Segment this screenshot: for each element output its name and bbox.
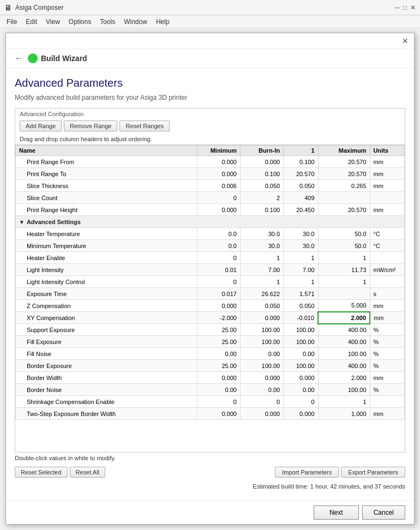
menu-view[interactable]: View <box>41 17 64 27</box>
cell-burnin[interactable]: 0.100 <box>240 168 283 180</box>
cell-min[interactable]: 0.00 <box>197 384 240 396</box>
cancel-button[interactable]: Cancel <box>362 505 405 520</box>
cell-min[interactable]: 0.000 <box>197 204 240 216</box>
cell-min[interactable]: 0.01 <box>197 264 240 276</box>
cell-min[interactable]: 25.00 <box>197 360 240 372</box>
cell-burnin[interactable]: 100.00 <box>240 324 283 336</box>
cell-burnin[interactable]: 0.000 <box>240 372 283 384</box>
cell-burnin[interactable]: 0.100 <box>240 204 283 216</box>
cell-min[interactable]: 0 <box>197 252 240 264</box>
cell-min[interactable]: 0.00 <box>197 348 240 360</box>
cell-name: Minimum Temperature <box>16 240 197 252</box>
cell-min[interactable]: -2.000 <box>197 312 240 324</box>
cell-col1[interactable]: 20.450 <box>284 204 318 216</box>
table-row: Light Intensity Control 0 1 1 1 <box>16 276 405 288</box>
menu-tools[interactable]: Tools <box>95 17 119 27</box>
cell-burnin[interactable]: 0.050 <box>240 180 283 192</box>
cell-burnin[interactable]: 0.000 <box>240 408 283 420</box>
cell-burnin[interactable]: 7.00 <box>240 264 283 276</box>
back-button[interactable]: ← <box>15 53 23 63</box>
cell-burnin[interactable]: 2 <box>240 192 283 204</box>
cell-min[interactable]: 0.000 <box>197 156 240 168</box>
table-row: Print Range Height 0.000 0.100 20.450 20… <box>16 204 405 216</box>
cell-col1[interactable]: -0.010 <box>284 312 318 324</box>
cell-col1[interactable]: 100.00 <box>284 360 318 372</box>
cell-min[interactable]: 0.000 <box>197 408 240 420</box>
cell-max: 1.000 <box>318 408 370 420</box>
cell-burnin[interactable]: 1 <box>240 252 283 264</box>
cell-burnin[interactable]: 100.00 <box>240 336 283 348</box>
dialog: ✕ ← Build Wizard Advanced Parameters Mod… <box>5 33 415 525</box>
cell-min[interactable]: 0.0 <box>197 228 240 240</box>
cell-col1[interactable]: 7.00 <box>284 264 318 276</box>
import-parameters-button[interactable]: Import Parameters <box>275 467 339 478</box>
cell-min[interactable]: 0.000 <box>197 168 240 180</box>
cell-burnin[interactable]: 0.000 <box>240 156 283 168</box>
cell-burnin[interactable]: 0.000 <box>240 312 283 324</box>
cell-min[interactable]: 25.00 <box>197 336 240 348</box>
table-row: Heater Temperature 0.0 30.0 30.0 50.0 °C <box>16 228 405 240</box>
cell-col1[interactable]: 409 <box>284 192 318 204</box>
cell-col1[interactable]: 0.050 <box>284 300 318 312</box>
export-parameters-button[interactable]: Export Parameters <box>341 467 405 478</box>
table-row: Print Range From 0.000 0.000 0.100 20.57… <box>16 156 405 168</box>
cell-max: 400.00 <box>318 360 370 372</box>
reset-ranges-button[interactable]: Reset Ranges <box>119 121 170 131</box>
cell-max[interactable]: 2.000 <box>318 312 370 324</box>
cell-min[interactable]: 0.000 <box>197 300 240 312</box>
table-body: Print Range From 0.000 0.000 0.100 20.57… <box>16 156 405 420</box>
cell-burnin[interactable]: 0.00 <box>240 348 283 360</box>
menu-window[interactable]: Window <box>119 17 152 27</box>
cell-burnin[interactable]: 30.0 <box>240 228 283 240</box>
cell-min[interactable]: 0 <box>197 276 240 288</box>
cell-col1[interactable]: 0.100 <box>284 156 318 168</box>
cell-col1[interactable]: 30.0 <box>284 240 318 252</box>
cell-burnin[interactable]: 0 <box>240 396 283 408</box>
cell-col1[interactable]: 0.00 <box>284 384 318 396</box>
cell-burnin[interactable]: 1 <box>240 276 283 288</box>
cell-col1[interactable]: 0 <box>284 396 318 408</box>
cell-burnin[interactable]: 0.050 <box>240 300 283 312</box>
menu-options[interactable]: Options <box>64 17 95 27</box>
cell-col1[interactable]: 0.00 <box>284 348 318 360</box>
table-container[interactable]: Name Minimum Burn-In 1 Maximum Units Pri… <box>15 144 405 452</box>
window-close-button[interactable]: ✕ <box>410 4 416 11</box>
dialog-close-button[interactable]: ✕ <box>402 37 409 45</box>
cell-col1[interactable]: 100.00 <box>284 336 318 348</box>
minimize-button[interactable]: ─ <box>395 4 400 11</box>
table-row: ▼Advanced Settings <box>16 216 405 228</box>
menu-file[interactable]: File <box>2 17 21 27</box>
cell-col1[interactable]: 20.570 <box>284 168 318 180</box>
maximize-button[interactable]: □ <box>403 4 407 11</box>
cell-min[interactable]: 25.00 <box>197 324 240 336</box>
cell-min[interactable]: 0 <box>197 192 240 204</box>
cell-burnin[interactable]: 26.622 <box>240 288 283 300</box>
cell-min[interactable]: 0.006 <box>197 180 240 192</box>
cell-col1[interactable]: 30.0 <box>284 228 318 240</box>
cell-burnin[interactable]: 0.00 <box>240 384 283 396</box>
cell-min[interactable]: 0 <box>197 396 240 408</box>
cell-col1[interactable]: 1 <box>284 276 318 288</box>
reset-selected-button[interactable]: Reset Selected <box>15 467 68 478</box>
footer-hint: Double-click values in white to modify. <box>15 453 405 463</box>
next-button[interactable]: Next <box>314 505 359 520</box>
add-range-button[interactable]: Add Range <box>20 121 62 131</box>
cell-col1[interactable]: 0.000 <box>284 408 318 420</box>
cell-col1[interactable]: 0.000 <box>284 372 318 384</box>
cell-col1[interactable]: 0.050 <box>284 180 318 192</box>
cell-col1[interactable]: 100.00 <box>284 324 318 336</box>
cell-min[interactable]: 0.000 <box>197 372 240 384</box>
cell-min[interactable]: 0.017 <box>197 288 240 300</box>
menu-edit[interactable]: Edit <box>21 17 41 27</box>
cell-col1[interactable]: 1.571 <box>284 288 318 300</box>
table-row: Z Compensation 0.000 0.050 0.050 5.000 m… <box>16 300 405 312</box>
collapse-icon[interactable]: ▼ <box>19 219 25 225</box>
remove-range-button[interactable]: Remove Range <box>64 121 117 131</box>
reset-all-button[interactable]: Reset All <box>70 467 105 478</box>
menu-help[interactable]: Help <box>152 17 174 27</box>
cell-burnin[interactable]: 30.0 <box>240 240 283 252</box>
cell-col1[interactable]: 1 <box>284 252 318 264</box>
cell-burnin[interactable]: 100.00 <box>240 360 283 372</box>
cell-min[interactable]: 0.0 <box>197 240 240 252</box>
page-title: Advanced Parameters <box>15 77 405 89</box>
